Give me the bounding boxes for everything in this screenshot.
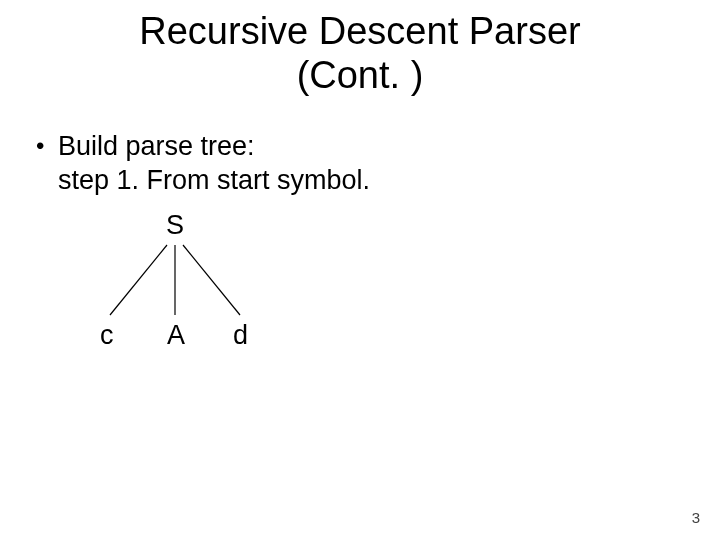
slide: Recursive Descent Parser (Cont. ) • Buil…	[0, 0, 720, 540]
tree-node-root: S	[166, 210, 184, 241]
tree-node-mid: A	[167, 320, 185, 351]
tree-node-right: d	[233, 320, 248, 351]
page-number: 3	[692, 509, 700, 526]
svg-line-0	[110, 245, 167, 315]
tree-node-left: c	[100, 320, 114, 351]
svg-line-2	[183, 245, 240, 315]
tree-edges	[0, 0, 720, 540]
